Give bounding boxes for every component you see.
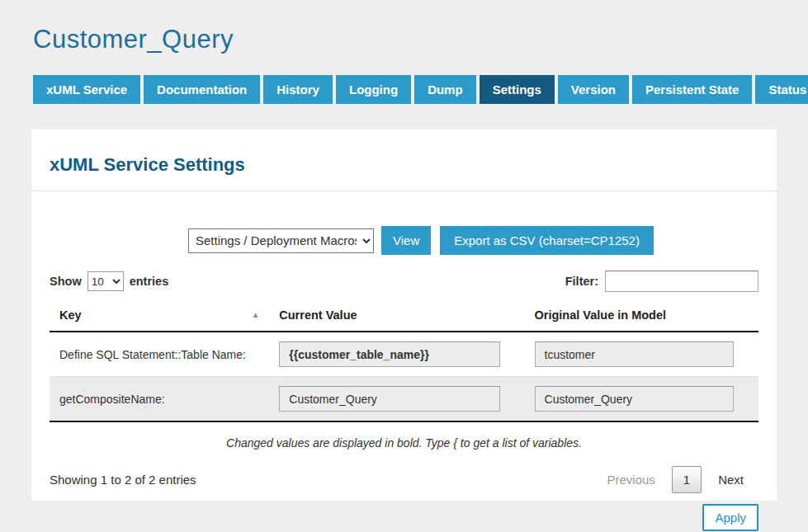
previous-page-button[interactable]: Previous: [602, 466, 659, 493]
page-number-button[interactable]: 1: [672, 466, 702, 493]
tab-xuml-service[interactable]: xUML Service: [33, 75, 140, 104]
tab-documentation[interactable]: Documentation: [144, 75, 260, 104]
tab-history[interactable]: History: [263, 75, 333, 104]
filter-control: Filter:: [565, 271, 758, 292]
tab-persistent-state[interactable]: Persistent State: [632, 75, 752, 104]
showing-entries: Showing 1 to 2 of 2 entries: [50, 473, 196, 487]
table-footer: Showing 1 to 2 of 2 entries Previous 1 N…: [50, 466, 758, 493]
column-header-key[interactable]: Key ▲: [50, 300, 269, 332]
tab-status[interactable]: Status: [755, 75, 808, 104]
filter-label: Filter:: [565, 275, 598, 288]
page-title: Customer_Query: [33, 25, 777, 54]
table-note: Changed values are displayed in bold. Ty…: [50, 436, 758, 450]
table-row: Define SQL Statement::Table Name:: [50, 332, 758, 377]
macro-controls: Settings / Deployment Macros View Export…: [188, 226, 758, 255]
apply-button[interactable]: Apply: [702, 504, 758, 531]
table-controls: Show 10 entries Filter:: [50, 271, 758, 292]
table-row: getCompositeName:: [50, 377, 758, 422]
show-label: Show: [50, 275, 82, 288]
current-value-input[interactable]: [279, 341, 499, 367]
filter-input[interactable]: [605, 271, 758, 292]
sort-ascending-icon: ▲: [251, 310, 259, 319]
export-csv-button[interactable]: Export as CSV (charset=CP1252): [440, 226, 654, 255]
original-value-field: [535, 341, 734, 367]
length-control: Show 10 entries: [50, 271, 168, 291]
panel-heading: xUML Service Settings: [50, 146, 758, 191]
pagination: Previous 1 Next: [602, 466, 758, 493]
tab-version[interactable]: Version: [558, 75, 629, 104]
tab-dump[interactable]: Dump: [414, 75, 476, 104]
tab-settings[interactable]: Settings: [480, 75, 555, 104]
column-header-original-value[interactable]: Original Value in Model: [525, 300, 758, 332]
column-header-key-label: Key: [59, 308, 82, 322]
entries-label: entries: [130, 275, 169, 288]
tab-bar: xUML Service Documentation History Loggi…: [33, 75, 777, 104]
page-length-select[interactable]: 10: [87, 271, 124, 291]
view-button[interactable]: View: [381, 226, 431, 255]
tab-logging[interactable]: Logging: [336, 75, 411, 104]
current-value-input[interactable]: [279, 386, 499, 412]
table-header-row: Key ▲ Current Value Original Value in Mo…: [50, 300, 758, 332]
original-value-field: [535, 386, 734, 412]
row-key-label: getCompositeName:: [50, 377, 269, 422]
settings-table: Key ▲ Current Value Original Value in Mo…: [50, 300, 758, 422]
next-page-button[interactable]: Next: [713, 466, 749, 493]
row-key-label: Define SQL Statement::Table Name:: [50, 332, 269, 377]
settings-panel: xUML Service Settings Settings / Deploym…: [31, 129, 777, 501]
page: Customer_Query xUML Service Documentatio…: [0, 0, 808, 532]
apply-row: Apply: [50, 504, 758, 531]
macro-category-select[interactable]: Settings / Deployment Macros: [188, 228, 374, 253]
column-header-current-value[interactable]: Current Value: [269, 300, 524, 332]
